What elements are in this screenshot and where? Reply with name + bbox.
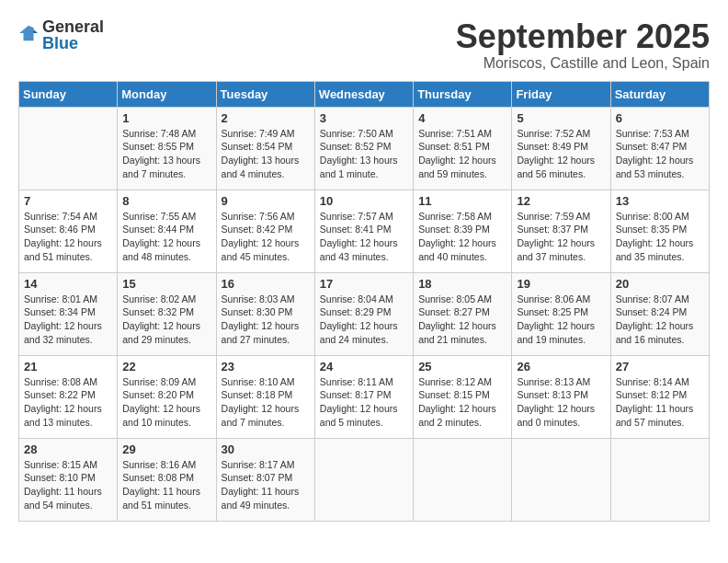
day-info: Sunrise: 8:17 AM Sunset: 8:07 PM Dayligh… — [222, 458, 310, 512]
calendar-cell: 3Sunrise: 7:50 AM Sunset: 8:52 PM Daylig… — [314, 107, 413, 190]
day-info: Sunrise: 7:49 AM Sunset: 8:54 PM Dayligh… — [222, 127, 310, 181]
day-info: Sunrise: 8:11 AM Sunset: 8:17 PM Dayligh… — [320, 375, 408, 430]
day-info: Sunrise: 8:12 AM Sunset: 8:15 PM Dayligh… — [418, 375, 506, 430]
weekday-header-row: SundayMondayTuesdayWednesdayThursdayFrid… — [19, 81, 710, 107]
calendar-cell: 22Sunrise: 8:09 AM Sunset: 8:20 PM Dayli… — [118, 355, 216, 438]
logo-general-text: General — [42, 18, 104, 35]
day-number: 16 — [222, 277, 310, 291]
day-number: 29 — [122, 442, 210, 456]
calendar-cell: 9Sunrise: 7:56 AM Sunset: 8:42 PM Daylig… — [216, 190, 314, 272]
day-number: 28 — [24, 442, 112, 456]
day-number: 15 — [122, 277, 210, 291]
calendar-cell: 27Sunrise: 8:14 AM Sunset: 8:12 PM Dayli… — [610, 355, 709, 438]
calendar-cell: 21Sunrise: 8:08 AM Sunset: 8:22 PM Dayli… — [19, 355, 118, 438]
day-number: 22 — [122, 360, 210, 373]
day-number: 5 — [517, 111, 605, 125]
day-info: Sunrise: 8:09 AM Sunset: 8:20 PM Dayligh… — [122, 375, 210, 430]
calendar-week-row: 28Sunrise: 8:15 AM Sunset: 8:10 PM Dayli… — [19, 438, 710, 521]
day-number: 24 — [320, 360, 408, 373]
logo-icon — [18, 23, 39, 43]
day-number: 17 — [320, 277, 408, 291]
day-info: Sunrise: 7:53 AM Sunset: 8:47 PM Dayligh… — [616, 127, 704, 181]
calendar-cell: 29Sunrise: 8:16 AM Sunset: 8:08 PM Dayli… — [118, 438, 216, 521]
day-number: 25 — [418, 360, 506, 373]
day-info: Sunrise: 7:59 AM Sunset: 8:37 PM Dayligh… — [517, 210, 605, 264]
day-number: 6 — [616, 111, 704, 125]
day-info: Sunrise: 7:55 AM Sunset: 8:44 PM Dayligh… — [122, 210, 210, 264]
title-area: September 2025 Moriscos, Castille and Le… — [456, 18, 710, 72]
day-number: 12 — [517, 194, 605, 208]
calendar-cell: 7Sunrise: 7:54 AM Sunset: 8:46 PM Daylig… — [19, 190, 118, 272]
calendar-cell: 13Sunrise: 8:00 AM Sunset: 8:35 PM Dayli… — [610, 190, 709, 272]
day-number: 13 — [616, 194, 704, 208]
calendar-table: SundayMondayTuesdayWednesdayThursdayFrid… — [18, 81, 710, 522]
day-number: 4 — [418, 111, 506, 125]
day-number: 27 — [616, 360, 704, 373]
calendar-cell: 2Sunrise: 7:49 AM Sunset: 8:54 PM Daylig… — [216, 107, 314, 190]
calendar-cell — [610, 438, 709, 521]
day-info: Sunrise: 8:10 AM Sunset: 8:18 PM Dayligh… — [222, 375, 310, 430]
day-info: Sunrise: 7:52 AM Sunset: 8:49 PM Dayligh… — [517, 127, 605, 181]
weekday-header-monday: Monday — [118, 81, 216, 107]
day-number: 19 — [517, 277, 605, 291]
day-number: 11 — [418, 194, 506, 208]
calendar-cell — [512, 438, 610, 521]
calendar-cell: 26Sunrise: 8:13 AM Sunset: 8:13 PM Dayli… — [512, 355, 610, 438]
day-number: 26 — [517, 360, 605, 373]
calendar-cell: 1Sunrise: 7:48 AM Sunset: 8:55 PM Daylig… — [118, 107, 216, 190]
day-info: Sunrise: 7:50 AM Sunset: 8:52 PM Dayligh… — [320, 127, 408, 181]
day-number: 3 — [320, 111, 408, 125]
calendar-cell: 10Sunrise: 7:57 AM Sunset: 8:41 PM Dayli… — [314, 190, 413, 272]
calendar-cell: 16Sunrise: 8:03 AM Sunset: 8:30 PM Dayli… — [216, 272, 314, 355]
calendar-cell: 25Sunrise: 8:12 AM Sunset: 8:15 PM Dayli… — [414, 355, 512, 438]
calendar-cell: 20Sunrise: 8:07 AM Sunset: 8:24 PM Dayli… — [610, 272, 709, 355]
calendar-cell: 5Sunrise: 7:52 AM Sunset: 8:49 PM Daylig… — [512, 107, 610, 190]
logo-blue-text: Blue — [42, 35, 104, 52]
weekday-header-saturday: Saturday — [610, 81, 709, 107]
day-number: 14 — [24, 277, 112, 291]
calendar-cell: 30Sunrise: 8:17 AM Sunset: 8:07 PM Dayli… — [216, 438, 314, 521]
day-info: Sunrise: 7:57 AM Sunset: 8:41 PM Dayligh… — [320, 210, 408, 264]
calendar-title: September 2025 — [456, 18, 710, 55]
day-info: Sunrise: 8:14 AM Sunset: 8:12 PM Dayligh… — [616, 375, 704, 430]
day-number: 30 — [222, 442, 310, 456]
day-number: 7 — [24, 194, 112, 208]
calendar-week-row: 21Sunrise: 8:08 AM Sunset: 8:22 PM Dayli… — [19, 355, 710, 438]
calendar-cell: 23Sunrise: 8:10 AM Sunset: 8:18 PM Dayli… — [216, 355, 314, 438]
calendar-cell: 4Sunrise: 7:51 AM Sunset: 8:51 PM Daylig… — [414, 107, 512, 190]
day-info: Sunrise: 8:13 AM Sunset: 8:13 PM Dayligh… — [517, 375, 605, 430]
weekday-header-wednesday: Wednesday — [314, 81, 413, 107]
day-number: 8 — [122, 194, 210, 208]
calendar-week-row: 14Sunrise: 8:01 AM Sunset: 8:34 PM Dayli… — [19, 272, 710, 355]
day-number: 20 — [616, 277, 704, 291]
day-info: Sunrise: 8:01 AM Sunset: 8:34 PM Dayligh… — [24, 293, 112, 347]
day-number: 9 — [222, 194, 310, 208]
calendar-cell: 15Sunrise: 8:02 AM Sunset: 8:32 PM Dayli… — [118, 272, 216, 355]
day-info: Sunrise: 8:03 AM Sunset: 8:30 PM Dayligh… — [222, 293, 310, 347]
calendar-cell: 8Sunrise: 7:55 AM Sunset: 8:44 PM Daylig… — [118, 190, 216, 272]
weekday-header-thursday: Thursday — [414, 81, 512, 107]
calendar-cell: 18Sunrise: 8:05 AM Sunset: 8:27 PM Dayli… — [414, 272, 512, 355]
calendar-week-row: 1Sunrise: 7:48 AM Sunset: 8:55 PM Daylig… — [19, 107, 710, 190]
day-info: Sunrise: 8:02 AM Sunset: 8:32 PM Dayligh… — [122, 293, 210, 347]
day-info: Sunrise: 8:15 AM Sunset: 8:10 PM Dayligh… — [24, 458, 112, 512]
day-info: Sunrise: 8:05 AM Sunset: 8:27 PM Dayligh… — [418, 293, 506, 347]
day-info: Sunrise: 8:04 AM Sunset: 8:29 PM Dayligh… — [320, 293, 408, 347]
calendar-cell: 19Sunrise: 8:06 AM Sunset: 8:25 PM Dayli… — [512, 272, 610, 355]
day-info: Sunrise: 7:56 AM Sunset: 8:42 PM Dayligh… — [222, 210, 310, 264]
day-info: Sunrise: 7:48 AM Sunset: 8:55 PM Dayligh… — [122, 127, 210, 181]
day-info: Sunrise: 8:16 AM Sunset: 8:08 PM Dayligh… — [122, 458, 210, 512]
calendar-cell: 11Sunrise: 7:58 AM Sunset: 8:39 PM Dayli… — [414, 190, 512, 272]
calendar-cell — [19, 107, 118, 190]
day-number: 23 — [222, 360, 310, 373]
day-info: Sunrise: 7:58 AM Sunset: 8:39 PM Dayligh… — [418, 210, 506, 264]
day-number: 10 — [320, 194, 408, 208]
calendar-subtitle: Moriscos, Castille and Leon, Spain — [456, 55, 710, 72]
day-info: Sunrise: 8:00 AM Sunset: 8:35 PM Dayligh… — [616, 210, 704, 264]
weekday-header-friday: Friday — [512, 81, 610, 107]
day-info: Sunrise: 8:07 AM Sunset: 8:24 PM Dayligh… — [616, 293, 704, 347]
calendar-cell: 12Sunrise: 7:59 AM Sunset: 8:37 PM Dayli… — [512, 190, 610, 272]
day-info: Sunrise: 7:54 AM Sunset: 8:46 PM Dayligh… — [24, 210, 112, 264]
calendar-cell: 6Sunrise: 7:53 AM Sunset: 8:47 PM Daylig… — [610, 107, 709, 190]
weekday-header-sunday: Sunday — [19, 81, 118, 107]
